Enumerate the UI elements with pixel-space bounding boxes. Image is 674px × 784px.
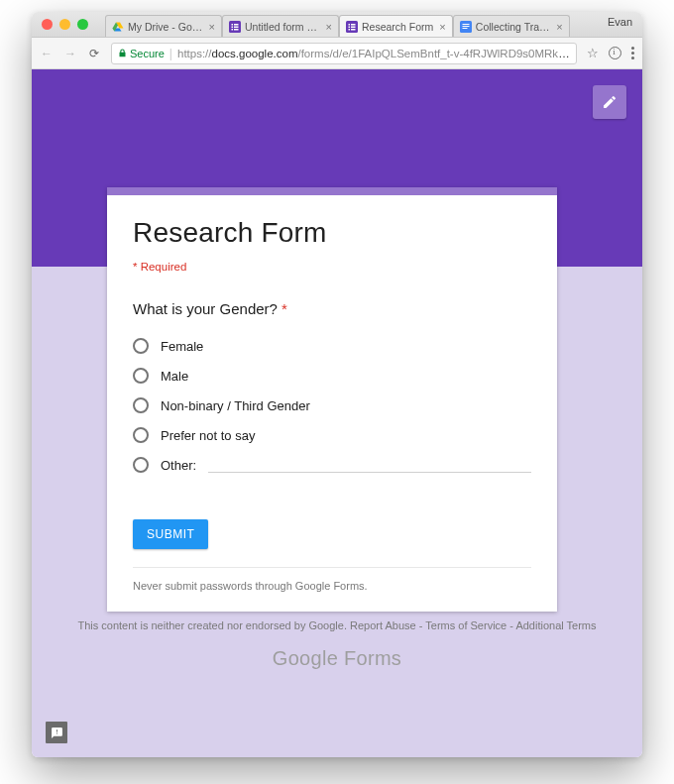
close-icon[interactable]: × (326, 21, 332, 33)
tab-label: Untitled form - Goo (245, 21, 320, 33)
option-male[interactable]: Male (133, 361, 531, 391)
svg-rect-17 (462, 28, 467, 29)
svg-rect-5 (232, 29, 234, 31)
window-close-button[interactable] (42, 19, 53, 30)
svg-rect-11 (351, 26, 356, 28)
form-card: Research Form * Required What is your Ge… (107, 187, 557, 612)
feedback-button[interactable] (46, 722, 67, 743)
window-titlebar: My Drive - Google D × Untitled form - Go… (32, 12, 642, 38)
docs-icon (460, 21, 472, 33)
footer-disclaimer: This content is neither created nor endo… (77, 619, 350, 631)
url-text: https://docs.google.com/forms/d/e/1FAIpQ… (177, 48, 570, 59)
svg-rect-12 (349, 29, 351, 31)
svg-rect-4 (234, 26, 239, 28)
menu-icon[interactable] (631, 47, 634, 59)
required-asterisk: * (281, 300, 287, 317)
submit-button[interactable]: SUBMIT (133, 519, 208, 549)
page-info-icon[interactable] (609, 47, 621, 59)
svg-rect-15 (462, 24, 469, 25)
edit-form-button[interactable] (593, 85, 626, 119)
secure-label: Secure (130, 48, 165, 59)
svg-rect-2 (234, 24, 239, 26)
tab-collecting-transgen[interactable]: Collecting Transgen × (453, 15, 570, 37)
browser-toolbar: ← → ⟳ Secure | https://docs.google.com/f… (32, 38, 642, 69)
svg-rect-3 (232, 26, 234, 28)
forms-icon (346, 21, 358, 33)
window-zoom-button[interactable] (77, 19, 88, 30)
close-icon[interactable]: × (209, 21, 215, 33)
option-label: Female (161, 339, 203, 354)
option-label: Non-binary / Third Gender (161, 398, 310, 413)
option-prefer-not[interactable]: Prefer not to say (133, 420, 531, 450)
tab-research-form[interactable]: Research Form × (339, 15, 453, 37)
required-note: * Required (133, 261, 531, 273)
close-icon[interactable]: × (556, 21, 562, 33)
back-icon[interactable]: ← (40, 47, 54, 60)
report-abuse-link[interactable]: Report Abuse (350, 619, 416, 631)
svg-rect-16 (462, 26, 469, 27)
lock-icon (118, 48, 127, 58)
option-label: Other: (161, 458, 196, 473)
secure-badge: Secure (118, 48, 165, 59)
option-female[interactable]: Female (133, 331, 531, 361)
option-label: Prefer not to say (161, 428, 255, 443)
tab-strip: My Drive - Google D × Untitled form - Go… (105, 12, 642, 37)
password-warning: Never submit passwords through Google Fo… (133, 567, 531, 592)
radio-icon[interactable] (133, 368, 149, 384)
svg-rect-13 (351, 29, 356, 31)
tab-label: My Drive - Google D (128, 21, 203, 33)
google-forms-logo[interactable]: Google Forms (32, 647, 642, 670)
form-footer: This content is neither created nor endo… (32, 619, 642, 670)
svg-rect-1 (232, 24, 234, 26)
radio-icon[interactable] (133, 397, 149, 413)
svg-rect-8 (349, 24, 351, 26)
svg-rect-9 (351, 24, 356, 26)
tab-untitled-form[interactable]: Untitled form - Goo × (222, 15, 339, 37)
reload-icon[interactable]: ⟳ (87, 47, 101, 60)
forward-icon[interactable]: → (63, 47, 77, 60)
address-bar[interactable]: Secure | https://docs.google.com/forms/d… (111, 43, 577, 64)
forms-icon (229, 21, 241, 33)
feedback-icon (51, 727, 63, 739)
close-icon[interactable]: × (439, 21, 445, 33)
option-nonbinary[interactable]: Non-binary / Third Gender (133, 391, 531, 420)
option-other[interactable]: Other: (133, 450, 531, 480)
terms-link[interactable]: Terms of Service (425, 619, 506, 631)
other-text-input[interactable] (208, 457, 531, 473)
question-label: What is your Gender? * (133, 300, 531, 317)
radio-icon[interactable] (133, 457, 149, 473)
tab-label: Collecting Transgen (476, 21, 551, 33)
window-minimize-button[interactable] (59, 19, 70, 30)
profile-name[interactable]: Evan (608, 16, 632, 28)
pencil-icon (602, 94, 618, 110)
tab-my-drive[interactable]: My Drive - Google D × (105, 15, 222, 37)
svg-rect-6 (234, 29, 239, 31)
radio-icon[interactable] (133, 427, 149, 443)
radio-icon[interactable] (133, 338, 149, 354)
form-title: Research Form (133, 217, 531, 249)
browser-window: My Drive - Google D × Untitled form - Go… (32, 12, 642, 757)
bookmark-icon[interactable]: ☆ (587, 46, 599, 60)
drive-icon (112, 21, 124, 33)
page-viewport: Research Form * Required What is your Ge… (32, 69, 642, 757)
tab-label: Research Form (362, 21, 433, 33)
option-label: Male (161, 369, 188, 384)
additional-terms-link[interactable]: Additional Terms (515, 619, 596, 631)
svg-rect-10 (349, 26, 351, 28)
